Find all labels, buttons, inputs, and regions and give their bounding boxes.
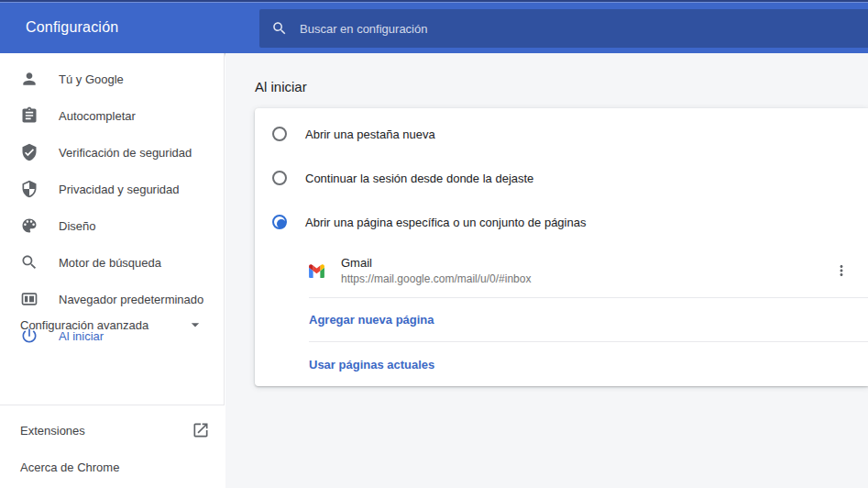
use-current-pages-button[interactable]: Usar páginas actuales — [255, 342, 868, 386]
chevron-down-icon — [186, 316, 204, 334]
more-vert-icon[interactable] — [830, 260, 852, 282]
option-open-new-tab[interactable]: Abrir una pestaña nueva — [255, 112, 868, 156]
search-input[interactable] — [288, 9, 868, 48]
safety-check-icon — [20, 143, 38, 161]
radio-checked-icon[interactable] — [272, 215, 287, 229]
page-title: Configuración — [26, 19, 118, 36]
sidebar-item-label: Diseño — [59, 219, 95, 233]
sidebar-item-label: Autocompletar — [59, 109, 136, 123]
search-icon — [20, 253, 38, 272]
startup-page-info: Gmail https://mail.google.com/mail/u/0/#… — [341, 256, 531, 285]
sidebar-item-you-and-google[interactable]: Tú y Google — [0, 61, 224, 97]
sidebar-item-autofill[interactable]: Autocompletar — [0, 97, 224, 134]
sidebar-item-search-engine[interactable]: Motor de búsqueda — [0, 244, 224, 281]
sidebar-item-label: Verificación de seguridad — [59, 146, 192, 160]
autofill-icon — [20, 106, 38, 125]
external-link-icon — [192, 421, 210, 439]
option-label: Continuar la sesión desde donde la dejas… — [305, 172, 533, 185]
startup-page-row: Gmail https://mail.google.com/mail/u/0/#… — [255, 244, 868, 297]
add-new-page-button[interactable]: Agregar nueva página — [255, 298, 868, 341]
advanced-settings-toggle[interactable]: Configuración avanzada — [0, 306, 225, 343]
search-icon — [271, 20, 288, 37]
startup-page-url: https://mail.google.com/mail/u/0/#inbox — [341, 272, 531, 285]
sidebar-item-about-chrome[interactable]: Acerca de Chrome — [0, 449, 225, 485]
extensions-label: Extensiones — [20, 424, 85, 438]
sidebar-divider — [0, 405, 225, 405]
sidebar-item-extensions[interactable]: Extensiones — [0, 412, 225, 449]
startup-page-title: Gmail — [341, 256, 531, 270]
on-startup-card: Abrir una pestaña nueva Continuar la ses… — [255, 108, 868, 386]
gmail-icon — [309, 264, 324, 278]
settings-header: Configuración — [0, 0, 868, 53]
person-icon — [20, 70, 38, 88]
option-continue-session[interactable]: Continuar la sesión desde donde la dejas… — [255, 156, 868, 200]
sidebar-item-label: Privacidad y seguridad — [59, 183, 180, 196]
browser-icon — [20, 290, 38, 308]
add-new-page-label: Agregar nueva página — [309, 313, 434, 327]
shield-icon — [20, 180, 38, 198]
section-title: Al iniciar — [255, 79, 307, 94]
palette-icon — [20, 216, 38, 235]
about-chrome-label: Acerca de Chrome — [20, 460, 119, 474]
sidebar-item-privacy[interactable]: Privacidad y seguridad — [0, 171, 224, 207]
main-content: Al iniciar Abrir una pestaña nueva Conti… — [225, 53, 868, 488]
sidebar-item-safety-check[interactable]: Verificación de seguridad — [0, 134, 224, 171]
search-field[interactable] — [259, 9, 868, 48]
sidebar-item-label: Tú y Google — [59, 72, 124, 86]
option-label: Abrir una página específica o un conjunt… — [305, 216, 586, 229]
advanced-settings-label: Configuración avanzada — [20, 318, 148, 332]
sidebar-item-appearance[interactable]: Diseño — [0, 207, 224, 244]
radio-icon[interactable] — [272, 171, 287, 185]
settings-nav: Tú y Google Autocompletar Verificación d… — [0, 53, 225, 405]
option-label: Abrir una pestaña nueva — [305, 128, 435, 141]
sidebar-item-label: Motor de búsqueda — [59, 256, 161, 270]
radio-icon[interactable] — [272, 127, 287, 141]
option-open-specific-pages[interactable]: Abrir una página específica o un conjunt… — [255, 200, 868, 244]
sidebar-item-label: Navegador predeterminado — [59, 293, 203, 306]
use-current-pages-label: Usar páginas actuales — [309, 358, 434, 372]
